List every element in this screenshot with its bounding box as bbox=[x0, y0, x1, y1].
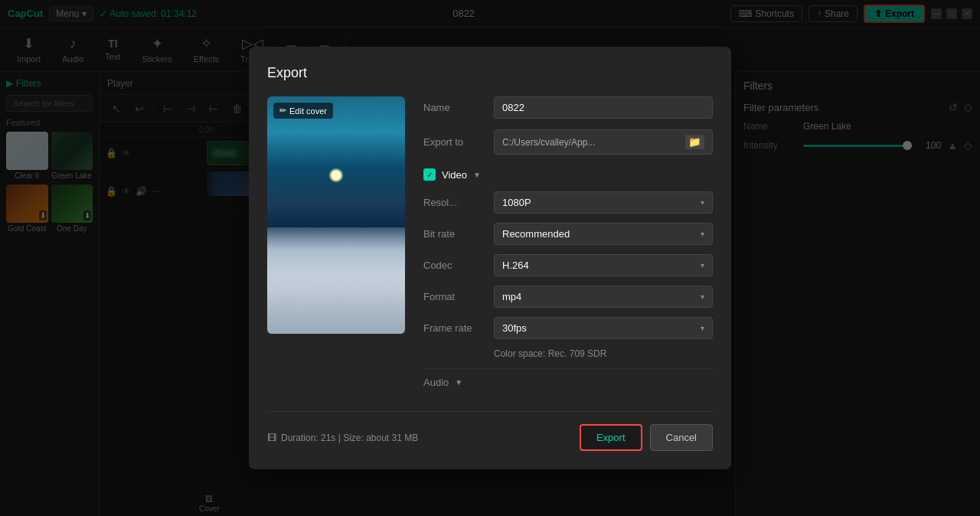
bitrate-label: Bit rate bbox=[423, 228, 485, 240]
export-modal-title: Export bbox=[267, 65, 713, 81]
export-confirm-button[interactable]: Export bbox=[580, 424, 642, 451]
modal-preview: ✏ Edit cover bbox=[267, 96, 405, 396]
export-to-label: Export to bbox=[423, 136, 485, 148]
audio-label: Audio bbox=[423, 377, 449, 388]
filmstrip-icon: 🎞 bbox=[267, 433, 276, 443]
format-row: Format mp4 ▾ bbox=[423, 286, 713, 308]
export-path[interactable]: C:/Users/cvalley/App... 📁 bbox=[494, 129, 713, 155]
export-modal: Export ✏ Edit cover Name bbox=[249, 47, 731, 469]
folder-button[interactable]: 📁 bbox=[685, 135, 704, 149]
codec-row: Codec H.264 ▾ bbox=[423, 254, 713, 276]
name-row: Name bbox=[423, 96, 713, 119]
edit-cover-button[interactable]: ✏ Edit cover bbox=[273, 103, 333, 119]
color-space: Color space: Rec. 709 SDR bbox=[423, 348, 713, 359]
preview-image bbox=[267, 96, 405, 334]
bitrate-row: Bit rate Recommended ▾ bbox=[423, 223, 713, 245]
resolution-row: Resol... 1080P ▾ bbox=[423, 191, 713, 214]
bitrate-arrow: ▾ bbox=[701, 230, 704, 238]
format-label: Format bbox=[423, 291, 485, 302]
video-section-title: Video bbox=[442, 169, 467, 181]
format-select[interactable]: mp4 ▾ bbox=[494, 286, 713, 308]
cloud-layer bbox=[267, 227, 405, 335]
modal-form: Name Export to C:/Users/cvalley/App... 📁… bbox=[423, 96, 713, 396]
resolution-arrow: ▾ bbox=[701, 198, 704, 207]
modal-body: ✏ Edit cover Name Export to C:/Users/cva… bbox=[267, 96, 713, 396]
framerate-row: Frame rate 30fps ▾ bbox=[423, 317, 713, 339]
framerate-arrow: ▾ bbox=[701, 324, 704, 332]
framerate-select[interactable]: 30fps ▾ bbox=[494, 317, 713, 339]
format-arrow: ▾ bbox=[701, 292, 704, 301]
audio-section[interactable]: Audio ▼ bbox=[423, 368, 713, 396]
video-checkbox[interactable]: ✓ bbox=[423, 168, 436, 181]
modal-overlay: Export ✏ Edit cover Name bbox=[0, 0, 980, 516]
cancel-button[interactable]: Cancel bbox=[650, 424, 713, 451]
sun-effect bbox=[328, 168, 344, 183]
video-section-header: ✓ Video ▼ bbox=[423, 165, 713, 181]
name-form-label: Name bbox=[423, 102, 485, 113]
codec-select[interactable]: H.264 ▾ bbox=[494, 254, 713, 276]
codec-label: Codec bbox=[423, 260, 485, 271]
resolution-label: Resol... bbox=[423, 197, 485, 208]
codec-arrow: ▾ bbox=[701, 261, 704, 269]
edit-icon: ✏ bbox=[279, 106, 286, 116]
resolution-select[interactable]: 1080P ▾ bbox=[494, 191, 713, 214]
name-input[interactable] bbox=[494, 96, 713, 119]
video-section-arrow: ▼ bbox=[473, 171, 481, 179]
framerate-label: Frame rate bbox=[423, 322, 485, 334]
export-to-row: Export to C:/Users/cvalley/App... 📁 bbox=[423, 129, 713, 155]
duration-info: 🎞 Duration: 21s | Size: about 31 MB bbox=[267, 433, 418, 443]
modal-footer: 🎞 Duration: 21s | Size: about 31 MB Expo… bbox=[267, 411, 713, 451]
bitrate-select[interactable]: Recommended ▾ bbox=[494, 223, 713, 245]
audio-arrow: ▼ bbox=[455, 378, 462, 387]
footer-buttons: Export Cancel bbox=[580, 424, 713, 451]
